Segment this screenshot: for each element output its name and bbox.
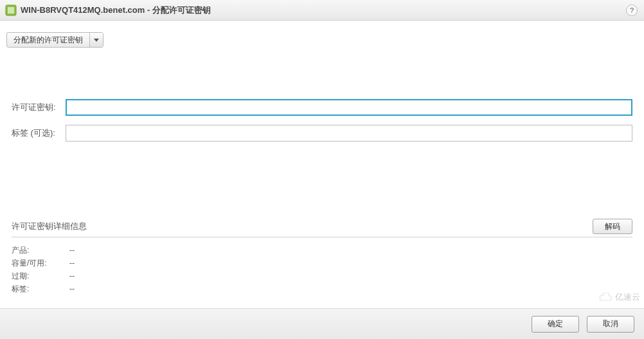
license-key-input[interactable] <box>66 99 632 116</box>
assign-new-license-key-dropdown[interactable]: 分配新的许可证密钥 <box>6 32 103 48</box>
detail-label: 容量/可用: <box>12 257 69 270</box>
detail-value: -- <box>69 257 75 270</box>
vsphere-icon <box>5 5 17 16</box>
window-separator: - <box>145 5 152 15</box>
license-details-title: 许可证密钥详细信息 <box>12 221 593 232</box>
detail-label: 产品: <box>12 244 69 257</box>
detail-row-capacity: 容量/可用: -- <box>12 257 632 270</box>
assign-new-license-key-label: 分配新的许可证密钥 <box>7 33 90 47</box>
toolbar: 分配新的许可证密钥 <box>0 21 644 54</box>
window-host: WIN-B8RVQT412MQ.benet.com <box>21 5 145 15</box>
detail-label: 过期: <box>12 270 69 282</box>
window-title: WIN-B8RVQT412MQ.benet.com - 分配许可证密钥 <box>21 5 211 16</box>
titlebar: WIN-B8RVQT412MQ.benet.com - 分配许可证密钥 ? <box>0 0 644 21</box>
license-details-header: 许可证密钥详细信息 解码 <box>12 219 632 237</box>
tag-input[interactable] <box>66 125 632 142</box>
help-icon[interactable]: ? <box>626 5 638 16</box>
license-key-label: 许可证密钥: <box>12 102 66 113</box>
ok-button[interactable]: 确定 <box>532 316 579 333</box>
svg-rect-1 <box>8 7 14 14</box>
chevron-down-icon[interactable] <box>90 33 103 47</box>
tag-label: 标签 (可选): <box>12 127 66 139</box>
license-details-grid: 产品: -- 容量/可用: -- 过期: -- 标签: -- <box>12 244 632 295</box>
detail-value: -- <box>69 282 75 295</box>
detail-value: -- <box>69 244 75 257</box>
license-key-row: 许可证密钥: <box>12 99 632 116</box>
decode-button[interactable]: 解码 <box>593 219 632 234</box>
cancel-button[interactable]: 取消 <box>587 316 634 333</box>
form-area: 许可证密钥: 标签 (可选): <box>0 54 644 142</box>
license-details: 许可证密钥详细信息 解码 产品: -- 容量/可用: -- 过期: -- 标签:… <box>12 219 632 295</box>
detail-value: -- <box>69 270 75 282</box>
tag-row: 标签 (可选): <box>12 125 632 142</box>
detail-row-expiration: 过期: -- <box>12 270 632 282</box>
dialog-footer: 确定 取消 <box>0 308 644 339</box>
detail-row-tag: 标签: -- <box>12 282 632 295</box>
detail-label: 标签: <box>12 282 69 295</box>
detail-row-product: 产品: -- <box>12 244 632 257</box>
window-subtitle: 分配许可证密钥 <box>152 5 211 15</box>
